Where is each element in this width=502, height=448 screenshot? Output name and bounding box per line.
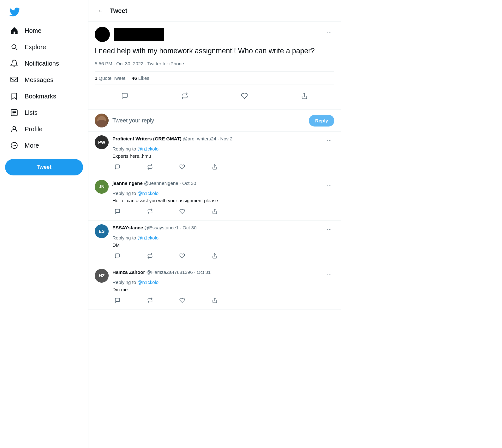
reply-date: · Nov 2 [218, 136, 233, 141]
reply-display-name: jeanne ngene [112, 180, 143, 186]
main-content: ← Tweet ··· I need help with my homework… [88, 0, 341, 448]
reply-date: · Oct 31 [194, 269, 211, 275]
likes-stat[interactable]: 46 Likes [132, 75, 149, 81]
share-action-button[interactable] [298, 90, 310, 102]
reply-share-button[interactable] [210, 162, 220, 172]
replying-to-username[interactable]: @n1ckolo [137, 235, 158, 240]
current-user-avatar [95, 114, 109, 127]
reply-like-button[interactable] [177, 295, 187, 305]
nav-item-home[interactable]: Home [5, 23, 83, 38]
nav-item-more[interactable]: More [5, 138, 83, 153]
share-icon [212, 164, 218, 170]
reply-date: · Oct 30 [180, 225, 197, 230]
replying-to-username[interactable]: @n1ckolo [137, 146, 158, 151]
reply-item: PW Proficient Writers (GRE GMAT) @pro_wr… [88, 132, 341, 176]
retweet-action-button[interactable] [179, 90, 191, 102]
reply-content: Proficient Writers (GRE GMAT) @pro_write… [112, 135, 334, 172]
nav-item-notifications[interactable]: Notifications [5, 56, 83, 71]
reply-header: Proficient Writers (GRE GMAT) @pro_write… [112, 135, 334, 145]
reply-display-name: Proficient Writers (GRE GMAT) [112, 136, 182, 141]
reply-comment-button[interactable] [112, 295, 123, 305]
reply-share-button[interactable] [210, 251, 220, 261]
tweet-author-row: ··· [95, 27, 334, 42]
nav-label-messages: Messages [25, 76, 53, 84]
reply-avatar: ES [95, 224, 109, 238]
twitter-logo[interactable] [5, 3, 83, 21]
nav-item-profile[interactable]: Profile [5, 121, 83, 137]
svg-point-8 [14, 145, 15, 146]
reply-share-button[interactable] [210, 206, 220, 216]
tweet-timestamp: 5:56 PM · Oct 30, 2022 · Twitter for iPh… [95, 61, 334, 66]
back-button[interactable]: ← [95, 5, 106, 16]
reply-username: @Essaystance1 [144, 225, 179, 230]
reply-like-button[interactable] [177, 206, 187, 216]
retweet-icon [147, 298, 153, 303]
reply-input[interactable]: Tweet your reply [112, 117, 305, 124]
reply-comment-button[interactable] [112, 206, 123, 216]
comment-icon [115, 209, 120, 214]
reply-like-button[interactable] [177, 162, 187, 172]
reply-retweet-button[interactable] [145, 251, 155, 261]
profile-icon [10, 125, 18, 133]
heart-icon [179, 253, 185, 259]
original-tweet: ··· I need help with my homework assignm… [88, 22, 341, 110]
nav-item-explore[interactable]: Explore [5, 39, 83, 55]
reply-date: · Oct 30 [180, 180, 196, 186]
reply-button[interactable]: Reply [309, 115, 334, 127]
bookmarks-icon [10, 92, 18, 100]
share-icon [212, 253, 218, 259]
likes-label: Likes [138, 75, 149, 81]
quote-tweet-count: 1 [95, 75, 97, 81]
reply-more-button[interactable]: ··· [324, 224, 334, 234]
replying-to-username[interactable]: @n1ckolo [137, 191, 158, 196]
share-icon [301, 92, 308, 99]
reply-comment-button[interactable] [112, 251, 123, 261]
reply-more-button[interactable]: ··· [324, 135, 334, 145]
tweet-button[interactable]: Tweet [5, 159, 83, 175]
quote-tweet-stat[interactable]: 1 Quote Tweet [95, 75, 125, 81]
nav-label-lists: Lists [25, 109, 38, 116]
reply-user-meta: jeanne ngene @JeanneNgene · Oct 30 [112, 180, 324, 186]
lists-icon [10, 109, 18, 117]
reply-share-button[interactable] [210, 295, 220, 305]
quote-tweet-label: Quote Tweet [99, 75, 125, 81]
svg-point-9 [15, 145, 16, 146]
nav-label-notifications: Notifications [25, 60, 59, 67]
comment-action-button[interactable] [119, 90, 131, 102]
heart-icon [241, 92, 248, 99]
reply-content: Hamza Zahoor @HamzaZa47881396 · Oct 31 ·… [112, 269, 334, 305]
reply-user-meta: ESSAYstance @Essaystance1 · Oct 30 [112, 224, 324, 231]
comment-icon [115, 298, 120, 303]
like-action-button[interactable] [238, 90, 250, 102]
likes-count: 46 [132, 75, 137, 81]
replying-to: Replying to @n1ckolo [112, 191, 334, 196]
home-icon [10, 27, 18, 35]
reply-more-button[interactable]: ··· [324, 180, 334, 190]
reply-more-button[interactable]: ··· [324, 269, 334, 279]
replying-to: Replying to @n1ckolo [112, 280, 334, 285]
reply-user-meta: Hamza Zahoor @HamzaZa47881396 · Oct 31 [112, 269, 324, 275]
reply-display-name: Hamza Zahoor [112, 269, 145, 275]
share-icon [212, 209, 218, 214]
share-icon [212, 298, 218, 303]
messages-icon [10, 76, 18, 84]
tweet-detail-header: ← Tweet [88, 0, 341, 22]
reply-actions [112, 206, 220, 216]
reply-like-button[interactable] [177, 251, 187, 261]
reply-comment-button[interactable] [112, 162, 123, 172]
reply-retweet-button[interactable] [145, 295, 155, 305]
nav-item-bookmarks[interactable]: Bookmarks [5, 88, 83, 104]
reply-text: Hello i can assist you with your assignm… [112, 197, 334, 204]
explore-icon [10, 43, 18, 51]
reply-header: Hamza Zahoor @HamzaZa47881396 · Oct 31 ·… [112, 269, 334, 279]
reply-retweet-button[interactable] [145, 162, 155, 172]
reply-user-meta: Proficient Writers (GRE GMAT) @pro_write… [112, 135, 324, 142]
comment-icon [115, 253, 120, 259]
replying-to-username[interactable]: @n1ckolo [137, 280, 158, 285]
reply-header: jeanne ngene @JeanneNgene · Oct 30 ··· [112, 180, 334, 190]
replying-to: Replying to @n1ckolo [112, 146, 334, 151]
tweet-more-button[interactable]: ··· [324, 27, 334, 37]
nav-item-messages[interactable]: Messages [5, 72, 83, 88]
nav-item-lists[interactable]: Lists [5, 105, 83, 121]
reply-retweet-button[interactable] [145, 206, 155, 216]
